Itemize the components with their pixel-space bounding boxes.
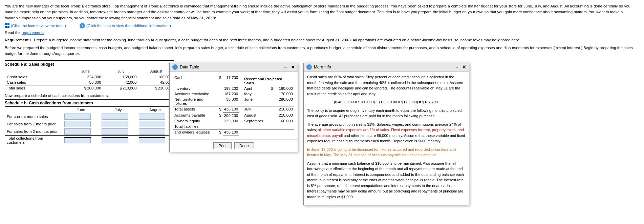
credit-sales-label: Credit sales	[5, 74, 68, 80]
data-modal-info-icon: i	[172, 64, 178, 70]
ar-label: Accounts receivable	[173, 91, 218, 97]
inventory-label: Inventory	[173, 86, 218, 91]
table-row: Owners' equity 235,900 September 160,000	[173, 118, 294, 124]
more-info-close-btn[interactable]: ✕	[462, 64, 466, 70]
icon-row: (Click the icon to view the data.) i (Cl…	[5, 23, 639, 28]
data-table-icon-item[interactable]: (Click the icon to view the data.)	[5, 23, 66, 28]
total-july-input[interactable]	[102, 137, 128, 143]
more-info-body: Credit sales are 80% of total sales. Six…	[304, 72, 469, 205]
table-row: Accounts payable $ 200,200 August 210,00…	[173, 113, 294, 119]
info-icon: i	[80, 23, 85, 28]
table-row: Accounts receivable 187,200 May 170,000	[173, 91, 294, 97]
table-row: and owners' equities $ 436,100	[173, 129, 294, 136]
table-row: Total assets $ 436,100 July 210,000	[173, 106, 294, 113]
req-label: Requirement 1.	[5, 38, 33, 42]
col-july: July	[103, 68, 139, 74]
data-table-modal: i Data Table − ✕ Cash $ 17,700	[169, 63, 298, 152]
table-row: Cash $ 17,700 Recent and Projected Sales	[173, 75, 294, 86]
prior1-august-input[interactable]	[139, 121, 165, 127]
total-sales-july: $210,000	[103, 85, 139, 91]
total-collections-row: Total collections from customers	[5, 135, 174, 145]
requirement-text: Requirement 1. Prepare a budgeted income…	[5, 37, 639, 43]
more-info-modal: i More Info − ✕ Credit sales are 80% of …	[303, 63, 469, 205]
may-month: May	[243, 91, 269, 97]
ap-value: 200,200	[223, 113, 240, 119]
inventory-value: 193,200	[223, 86, 240, 91]
ap-label: Accounts payable	[173, 113, 218, 119]
april-value: 160,000	[274, 86, 294, 91]
col-b-june: June	[62, 107, 100, 113]
requirements-link[interactable]: requirements	[22, 30, 44, 35]
cash-sales-august: 42,000	[138, 80, 174, 85]
more-info-minimize-btn[interactable]: −	[455, 64, 458, 70]
more-info-modal-icon: i	[306, 64, 312, 70]
more-info-icon-item[interactable]: i (Click the icon to view the additional…	[80, 23, 171, 28]
schedule-a-title: Schedule a: Sales budget	[5, 60, 174, 68]
credit-sales-june: 224,000	[68, 74, 103, 80]
done-button[interactable]: Done	[234, 142, 254, 149]
cash-sales-june: 56,000	[68, 80, 103, 85]
fixtures-label: Net furniture and fixtures	[173, 97, 218, 106]
ap-symbol: $	[218, 113, 222, 119]
data-table-content: Cash $ 17,700 Recent and Projected Sales…	[173, 75, 294, 136]
total-liab-label: Total liabilities	[173, 124, 218, 129]
table-row: Total liabilities	[173, 124, 294, 129]
data-modal-title: Data Table	[180, 65, 199, 69]
total-assets-symbol: $	[218, 106, 222, 113]
read-requirements: Read the requirements .	[5, 30, 639, 35]
data-modal-minimize-btn[interactable]: −	[284, 64, 287, 70]
july-proj-value: 210,000	[274, 106, 294, 113]
schedule-b-table: June July August For current month sales…	[5, 107, 174, 145]
cash-sales-label: Cash sales	[5, 80, 68, 85]
current-july-input[interactable]	[102, 114, 128, 120]
prior2-june-input[interactable]	[64, 128, 91, 135]
more-info-para-2: The policy is to acquire enough inventor…	[307, 108, 466, 119]
prior2-august-input[interactable]	[139, 128, 165, 135]
more-info-modal-title: More Info	[314, 65, 331, 69]
and-equity-label: and owners' equities	[173, 129, 218, 136]
june-proj-value: 280,000	[274, 97, 294, 106]
equity-value: 235,900	[223, 118, 240, 124]
sept-proj-value: 160,000	[274, 118, 294, 124]
total-assets-label: Total assets	[173, 106, 218, 113]
data-icon-label: (Click the icon to view the data.)	[11, 24, 66, 28]
may-value: 170,000	[274, 91, 294, 97]
table-row: For sales from 2 months prior	[5, 128, 174, 136]
more-info-icon-label: (Click the icon to view the additional i…	[86, 24, 171, 28]
left-panel: Schedule a: Sales budget June July Augus…	[5, 60, 174, 148]
prior1-june-input[interactable]	[64, 121, 91, 127]
total-august-input[interactable]	[139, 137, 165, 143]
req-body: Prepare a budgeted income statement for …	[34, 38, 520, 42]
current-august-input[interactable]	[139, 114, 165, 120]
current-month-label: For current month sales	[5, 113, 62, 120]
cash-value: 17,700	[223, 75, 240, 86]
svg-rect-0	[5, 23, 7, 25]
col-june: June	[68, 68, 103, 74]
total-equity-value: 436,100	[223, 129, 240, 136]
july-month: July	[243, 106, 269, 113]
total-equity-symbol: $	[218, 129, 222, 136]
total-sales-june: $280,000	[68, 85, 103, 91]
data-modal-footer: Print Done	[170, 139, 298, 152]
credit-sales-august: 168,000	[138, 74, 174, 80]
sept-month: September	[243, 118, 269, 124]
col-b-august: August	[137, 107, 174, 113]
before-text: Before we prepared the budgeted income s…	[5, 45, 639, 57]
content-area: Schedule a: Sales budget June July Augus…	[5, 60, 639, 148]
prior2-july-input[interactable]	[102, 128, 128, 135]
print-button[interactable]: Print	[213, 142, 232, 149]
table-row: Credit sales 224,000 168,000 168,000	[5, 74, 174, 80]
april-symbol: $	[269, 86, 274, 91]
cash-symbol: $	[218, 75, 222, 86]
total-june-input[interactable]	[64, 137, 91, 143]
total-collections-label: Total collections from customers	[5, 135, 62, 145]
intro-paragraph: You are the new manager of the local Tro…	[5, 3, 639, 21]
modal-header-data: i Data Table − ✕	[170, 63, 298, 72]
current-june-input[interactable]	[64, 114, 91, 120]
svg-rect-3	[7, 26, 9, 28]
prior1-july-input[interactable]	[102, 121, 128, 127]
cash-label: Cash	[173, 75, 218, 86]
projected-sales-header: Recent and Projected Sales	[243, 75, 294, 86]
ar-value: 187,200	[223, 91, 240, 97]
data-modal-close-btn[interactable]: ✕	[291, 64, 295, 70]
